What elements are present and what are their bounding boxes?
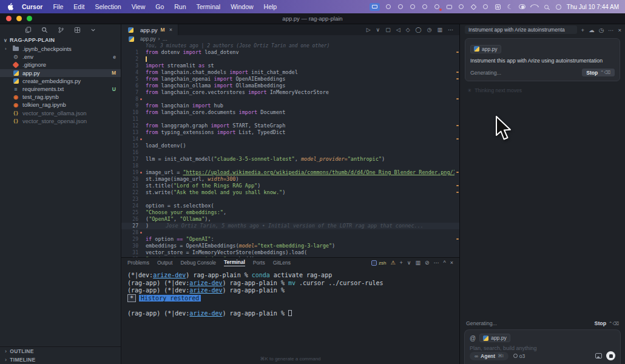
back-icon[interactable]: ◁: [396, 27, 400, 33]
extensions-icon[interactable]: [74, 27, 81, 33]
code-line-24[interactable]: 24option = st.selectbox(: [121, 203, 459, 209]
terminal-dropdown-icon[interactable]: ∨: [407, 260, 411, 266]
wifi-icon[interactable]: ◠: [529, 4, 539, 10]
compare-icon[interactable]: ◯: [416, 27, 422, 33]
close-tab-icon[interactable]: ×: [169, 27, 172, 33]
explorer-files-icon[interactable]: [25, 27, 32, 33]
code-line-10[interactable]: 10from langchain_core.documents import D…: [121, 109, 459, 116]
user-icon[interactable]: [555, 4, 562, 10]
menu-help[interactable]: Help: [264, 3, 277, 10]
bluetooth-icon[interactable]: [482, 4, 489, 10]
tab-app-py[interactable]: app.py M ×: [121, 24, 178, 35]
code-line-23[interactable]: 23: [121, 196, 459, 203]
attach-image-icon[interactable]: [595, 353, 602, 359]
chat-input-box[interactable]: @ app.py Plan, search, build anything ∞ …: [464, 329, 621, 364]
history-icon[interactable]: ◷: [599, 27, 604, 33]
split-editor-icon[interactable]: ▥: [437, 27, 442, 33]
code-line-2[interactable]: 2: [121, 56, 459, 62]
model-selector[interactable]: o3: [513, 353, 525, 359]
code-line-9[interactable]: 9from langchain import hub: [121, 103, 459, 109]
menu-run[interactable]: Run: [174, 3, 186, 10]
agent-mode-selector[interactable]: ∞ Agent ⌘I: [470, 352, 508, 360]
history-icon[interactable]: ◷: [427, 27, 432, 33]
code-line-28[interactable]: 28: [121, 229, 459, 236]
code-line-5[interactable]: 5from langchain_openai import OpenAIEmbe…: [121, 76, 459, 83]
panel-tab-gitlens[interactable]: GitLens: [273, 260, 291, 266]
file-tolkien-rag-ipynb[interactable]: ◉tolkien_rag.ipynb: [0, 101, 121, 109]
file--ipynb-checkpoints[interactable]: ›.ipynb_checkpoints: [0, 45, 121, 53]
code-line-13[interactable]: 13from typing_extensions import List, Ty…: [121, 129, 459, 136]
notion-icon[interactable]: N: [495, 4, 501, 10]
code-line-20[interactable]: 20st.image(image_url, width=300): [121, 176, 459, 183]
chat-input-placeholder[interactable]: Plan, search, build anything: [470, 345, 615, 351]
code-line-25[interactable]: 25 "Choose your embeddings:",: [121, 209, 459, 216]
new-terminal-icon[interactable]: +: [400, 260, 403, 266]
code-line-31[interactable]: 31 vector_store = InMemoryVectorStore(em…: [121, 249, 459, 256]
menubar-clock[interactable]: Thu Jul 10 7:44 AM: [567, 4, 619, 10]
context-file-chip[interactable]: app.py: [470, 45, 501, 53]
split-terminal-icon[interactable]: ▥: [415, 260, 421, 266]
more-icon[interactable]: ⋯: [448, 27, 453, 33]
diff-icon[interactable]: ◇: [406, 27, 410, 33]
file-test-rag-ipynb[interactable]: ◉test_rag.ipynb: [0, 93, 121, 101]
context-file-chip[interactable]: app.py: [479, 334, 510, 342]
menu-edit[interactable]: Edit: [73, 3, 84, 10]
outline-section[interactable]: ›OUTLINE: [0, 347, 121, 356]
code-line-27[interactable]: 27)Jose Ortiz Tarin, 5 months ago • Init…: [121, 223, 459, 229]
spotlight-icon[interactable]: [543, 4, 550, 10]
code-line-7[interactable]: 7from langchain_core.vectorstores import…: [121, 89, 459, 96]
menu-terminal[interactable]: Terminal: [197, 3, 221, 10]
file--env[interactable]: ⚙.enve: [0, 53, 121, 61]
octoface-icon[interactable]: [397, 4, 404, 10]
mention-icon[interactable]: @: [470, 335, 476, 342]
warning-icon[interactable]: ⚠: [391, 260, 396, 266]
panel-tab-problems[interactable]: Problems: [127, 260, 149, 266]
file--gitignore[interactable]: .gitignore: [0, 61, 121, 69]
file-create-embeddings-py[interactable]: create_embeddings.py: [0, 77, 121, 85]
file-app-py[interactable]: app.pyM: [0, 69, 121, 77]
search-icon[interactable]: [41, 27, 48, 33]
menu-view[interactable]: View: [132, 3, 146, 10]
chevron-down-icon[interactable]: [90, 27, 96, 33]
loom-icon[interactable]: [434, 4, 441, 10]
code-line-19[interactable]: 19image_url = "https://upload.wikimedia.…: [121, 169, 459, 176]
camera-icon[interactable]: [446, 4, 453, 10]
code-line-15[interactable]: 15load_dotenv(): [121, 143, 459, 149]
source-control-icon[interactable]: [58, 27, 64, 33]
menu-go[interactable]: Go: [155, 3, 164, 10]
code-line-12[interactable]: 12from langgraph.graph import START, Sta…: [121, 123, 459, 129]
panel-tab-output[interactable]: Output: [157, 260, 173, 266]
file-requirements-txt[interactable]: ≡requirements.txtU: [0, 85, 121, 93]
shortcuts-icon[interactable]: [470, 4, 477, 10]
panel-tab-terminal[interactable]: Terminal: [224, 259, 245, 266]
browser-icon[interactable]: [422, 4, 428, 10]
menu-cursor[interactable]: Cursor: [22, 3, 42, 10]
panel-tab-ports[interactable]: Ports: [253, 260, 265, 266]
code-line-11[interactable]: 11: [121, 116, 459, 123]
code-line-18[interactable]: 18: [121, 163, 459, 169]
code-line-4[interactable]: 4from langchain.chat_models import init_…: [121, 69, 459, 76]
apple-menu[interactable]: [7, 3, 13, 10]
cloud-icon[interactable]: ☁: [589, 27, 595, 33]
breadcrumb[interactable]: app.py › …: [121, 35, 459, 42]
run-dropdown-icon[interactable]: ∨: [376, 27, 380, 33]
code-line-30[interactable]: 30 embeddings = OpenAIEmbeddings(model="…: [121, 243, 459, 249]
new-chat-icon[interactable]: +: [581, 27, 585, 33]
code-line-21[interactable]: 21st.title("Lord of the Rings RAG App"): [121, 183, 459, 189]
dnd-moon-icon[interactable]: ☾: [507, 4, 513, 10]
run-icon[interactable]: ▷: [367, 27, 371, 33]
code-line-3[interactable]: 3import streamlit as st: [121, 62, 459, 69]
stop-button[interactable]: Stop ⌃⌫: [595, 320, 619, 326]
frame-icon[interactable]: ▢: [385, 27, 391, 33]
close-panel-icon[interactable]: ×: [450, 260, 453, 266]
timeline-section[interactable]: ›TIMELINE: [0, 356, 121, 364]
screen-share-icon[interactable]: [370, 3, 380, 11]
file-vector-store-ollama-json[interactable]: {}vector_store_ollama.json: [0, 109, 121, 117]
code-line-22[interactable]: 22st.write("Ask the model and you shall …: [121, 189, 459, 196]
kill-terminal-icon[interactable]: ⊘: [425, 260, 430, 266]
maximize-panel-icon[interactable]: ^: [444, 260, 446, 266]
code-line-1[interactable]: 1from dotenv import load_dotenv: [121, 49, 459, 56]
terminal-output[interactable]: (*|dev:arize-dev) rag-app-plain % conda …: [121, 268, 459, 318]
code-line-14[interactable]: 14: [121, 136, 459, 143]
stop-generation-button[interactable]: [606, 351, 615, 360]
